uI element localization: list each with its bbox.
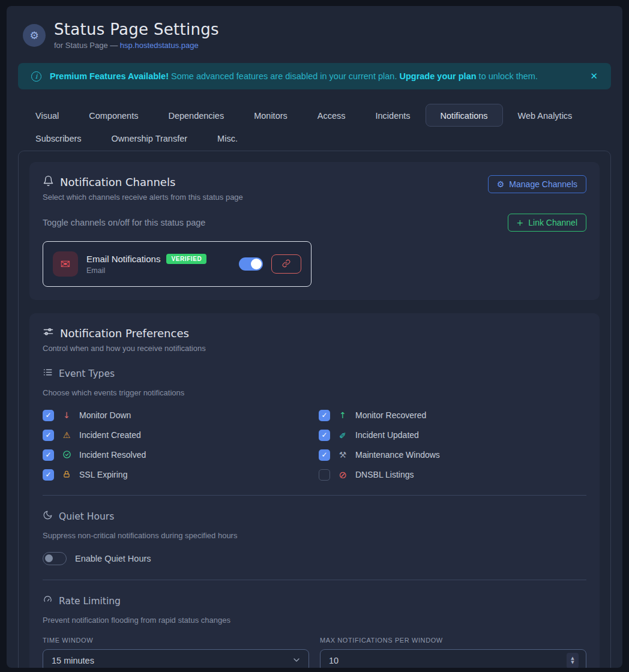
tab-notifications[interactable]: Notifications bbox=[426, 104, 503, 127]
banner-middle: Some advanced features are disabled in y… bbox=[169, 71, 399, 81]
quiet-hours-toggle[interactable] bbox=[43, 552, 67, 565]
email-channel-toggle[interactable] bbox=[239, 257, 263, 271]
arrow-down-icon: ↓ bbox=[61, 410, 72, 420]
event-checkbox[interactable]: ✓ bbox=[319, 449, 330, 461]
premium-banner: i Premium Features Available! Some advan… bbox=[18, 63, 611, 89]
event-label: Monitor Recovered bbox=[355, 410, 426, 420]
event-checkbox[interactable]: ✓ bbox=[43, 410, 54, 421]
subtitle-text: for Status Page — bbox=[54, 41, 120, 50]
verified-badge: VERIFIED bbox=[166, 254, 206, 264]
link-icon bbox=[282, 259, 290, 269]
channel-type: Email bbox=[86, 266, 206, 275]
channels-card-title-row: Notification Channels bbox=[43, 175, 243, 189]
banner-text: Premium Features Available! Some advance… bbox=[50, 71, 538, 81]
max-notifications-label: MAX NOTIFICATIONS PER WINDOW bbox=[320, 637, 586, 644]
tab-monitors[interactable]: Monitors bbox=[239, 104, 302, 127]
notifications-tab-content: Notification Channels Select which chann… bbox=[18, 151, 611, 668]
tab-dependencies[interactable]: Dependencies bbox=[153, 104, 239, 127]
plus-icon: + bbox=[517, 218, 524, 227]
quiet-hours-subtitle: Suppress non-critical notifications duri… bbox=[43, 531, 586, 540]
event-type-dnsbl-listings[interactable]: ⊘DNSBL Listings bbox=[319, 469, 595, 481]
event-label: Incident Created bbox=[79, 430, 141, 440]
upgrade-plan-link[interactable]: Upgrade your plan bbox=[399, 71, 476, 81]
link-channel-label: Link Channel bbox=[528, 218, 577, 227]
channel-name: Email Notifications bbox=[86, 254, 160, 264]
tab-components[interactable]: Components bbox=[74, 104, 153, 127]
tab-incidents[interactable]: Incidents bbox=[361, 104, 426, 127]
rate-limiting-title-row: Rate Limiting bbox=[43, 595, 586, 607]
list-icon bbox=[43, 367, 53, 380]
rate-limiting-section: Rate Limiting Prevent notification flood… bbox=[43, 595, 586, 668]
sliders-icon bbox=[43, 326, 54, 340]
rate-limiting-subtitle: Prevent notification flooding from rapid… bbox=[43, 616, 586, 625]
event-checkbox[interactable]: ✓ bbox=[43, 449, 54, 461]
event-label: Incident Resolved bbox=[79, 450, 146, 460]
manage-channels-button[interactable]: ⚙ Manage Channels bbox=[488, 175, 586, 193]
divider bbox=[43, 580, 586, 580]
preferences-card-title: Notification Preferences bbox=[60, 327, 189, 340]
status-page-link[interactable]: hsp.hostedstatus.page bbox=[120, 41, 199, 50]
event-label: Monitor Down bbox=[79, 410, 131, 420]
event-types-subtitle: Choose which events trigger notification… bbox=[43, 388, 586, 397]
tab-access[interactable]: Access bbox=[302, 104, 361, 127]
manage-channels-label: Manage Channels bbox=[509, 179, 577, 189]
number-stepper[interactable]: ▲▼ bbox=[567, 653, 579, 668]
page-header: ⚙ Status Page Settings for Status Page —… bbox=[18, 16, 611, 52]
event-type-incident-resolved[interactable]: ✓Incident Resolved bbox=[43, 449, 319, 461]
gear-icon: ⚙ bbox=[29, 29, 38, 41]
notification-preferences-card: Notification Preferences Control when an… bbox=[29, 313, 600, 668]
event-checkbox[interactable] bbox=[319, 469, 330, 481]
stepper-down-icon: ▼ bbox=[571, 661, 574, 665]
close-icon[interactable]: ✕ bbox=[588, 68, 600, 84]
channel-link-button[interactable] bbox=[271, 254, 301, 274]
event-type-incident-created[interactable]: ✓⚠Incident Created bbox=[43, 429, 319, 441]
event-label: SSL Expiring bbox=[79, 470, 127, 479]
quiet-hours-section: Quiet Hours Suppress non-critical notifi… bbox=[43, 510, 586, 565]
event-checkbox[interactable]: ✓ bbox=[43, 469, 54, 481]
pencil-icon: ✎ bbox=[337, 430, 348, 440]
event-types-title: Event Types bbox=[59, 368, 115, 379]
tab-ownership-transfer[interactable]: Ownership Transfer bbox=[97, 127, 203, 149]
time-window-select[interactable]: 15 minutes bbox=[43, 649, 309, 668]
quiet-hours-title: Quiet Hours bbox=[59, 511, 114, 522]
gear-icon: ⚙ bbox=[497, 179, 505, 189]
check-circle-icon bbox=[61, 450, 72, 460]
preferences-card-title-row: Notification Preferences bbox=[43, 326, 586, 340]
settings-tabs: VisualComponentsDependenciesMonitorsAcce… bbox=[20, 104, 597, 149]
tab-visual[interactable]: Visual bbox=[20, 104, 74, 127]
link-channel-button[interactable]: + Link Channel bbox=[508, 214, 586, 232]
toggle-hint-text: Toggle channels on/off for this status p… bbox=[43, 218, 205, 227]
settings-panel: ⚙ Status Page Settings for Status Page —… bbox=[7, 6, 622, 668]
channels-card-title: Notification Channels bbox=[60, 176, 175, 188]
preferences-card-subtitle: Control when and how you receive notific… bbox=[43, 344, 586, 353]
event-label: DNSBL Listings bbox=[355, 470, 414, 479]
lock-icon bbox=[61, 470, 72, 479]
moon-icon bbox=[43, 510, 53, 523]
quiet-hours-toggle-label: Enable Quiet Hours bbox=[75, 554, 151, 563]
event-label: Maintenance Windows bbox=[355, 450, 440, 460]
event-types-title-row: Event Types bbox=[43, 367, 586, 380]
event-checkbox[interactable]: ✓ bbox=[319, 430, 330, 441]
channels-card-subtitle: Select which channels receive alerts fro… bbox=[43, 193, 243, 202]
envelope-icon: ✉ bbox=[61, 257, 71, 271]
max-notifications-input[interactable]: 10 ▲▼ bbox=[320, 649, 586, 668]
rate-limiting-title: Rate Limiting bbox=[59, 596, 121, 607]
notification-channels-card: Notification Channels Select which chann… bbox=[29, 162, 600, 300]
event-types-section: Event Types Choose which events trigger … bbox=[43, 367, 586, 481]
page-title: Status Page Settings bbox=[54, 20, 219, 38]
event-type-monitor-down[interactable]: ✓↓Monitor Down bbox=[43, 409, 319, 421]
page-subtitle: for Status Page — hsp.hostedstatus.page bbox=[54, 41, 219, 50]
event-checkbox[interactable]: ✓ bbox=[319, 410, 330, 421]
event-type-incident-updated[interactable]: ✓✎Incident Updated bbox=[319, 429, 595, 441]
gauge-icon bbox=[43, 595, 53, 607]
event-checkbox[interactable]: ✓ bbox=[43, 430, 54, 441]
divider bbox=[43, 495, 586, 496]
toggle-knob bbox=[251, 259, 262, 269]
event-type-monitor-recovered[interactable]: ✓↑Monitor Recovered bbox=[319, 409, 595, 421]
banner-suffix: to unlock them. bbox=[477, 71, 538, 81]
event-type-maintenance-windows[interactable]: ✓⚒Maintenance Windows bbox=[319, 449, 595, 461]
tab-misc[interactable]: Misc. bbox=[202, 127, 253, 149]
tab-web-analytics[interactable]: Web Analytics bbox=[503, 104, 588, 127]
event-type-ssl-expiring[interactable]: ✓SSL Expiring bbox=[43, 469, 319, 481]
tab-subscribers[interactable]: Subscribers bbox=[20, 127, 97, 149]
